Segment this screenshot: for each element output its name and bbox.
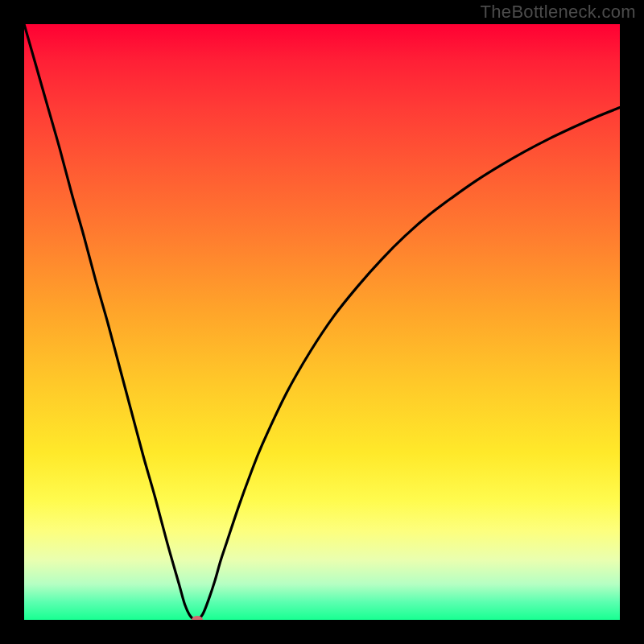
bottleneck-curve xyxy=(24,24,620,620)
watermark-text: TheBottleneck.com xyxy=(481,2,636,23)
plot-area xyxy=(24,24,620,620)
optimal-point-marker xyxy=(192,616,203,620)
chart-frame: TheBottleneck.com xyxy=(0,0,644,644)
curve-svg xyxy=(24,24,620,620)
